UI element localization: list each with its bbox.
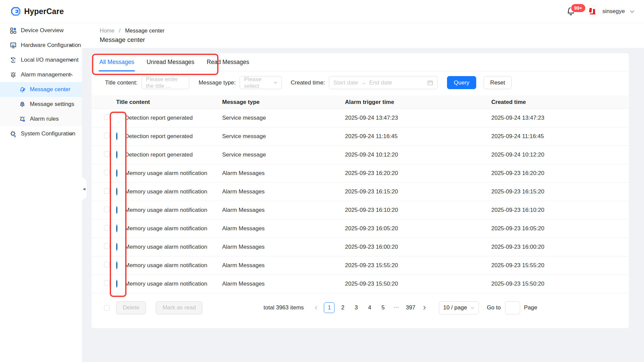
table-row[interactable]: Detection report generated Service messa… [92,146,629,164]
cell-message-type: Alarm Messages [222,225,345,232]
page-button-3[interactable]: 3 [351,302,361,313]
page-header: Home / Message center Message center [82,23,644,48]
pagination-ellipsis[interactable]: ••• [391,302,402,313]
chevron-up-icon [69,73,73,76]
unread-dot-icon [116,169,117,177]
breadcrumb-current: Message center [125,27,164,34]
user-menu-chevron-down-icon[interactable] [630,10,635,13]
row-checkbox[interactable] [104,114,110,120]
sidebar-item-label: Alarm rules [30,116,59,122]
table-row[interactable]: Memory usage alarm notification Alarm Me… [92,220,629,238]
row-checkbox[interactable] [104,262,110,267]
start-date-input[interactable]: Start date [333,79,358,86]
table-row[interactable]: Memory usage alarm notification Alarm Me… [92,238,629,256]
row-checkbox[interactable] [104,206,110,212]
sidebar-item-system-configuration[interactable]: System Configuration [0,126,82,141]
table-row[interactable]: Detection report generated Service messa… [92,127,629,146]
tab-unread-messages[interactable]: Unread Messages [146,53,195,71]
page-button-397[interactable]: 397 [404,302,416,313]
date-range-picker[interactable]: Start date → End date [329,76,438,89]
sidebar-item-device-overview[interactable]: Device Overview [0,23,82,38]
row-checkbox[interactable] [104,133,110,138]
sidebar-item-alarm-management[interactable]: Alarm management [0,67,82,82]
page-title: Message center [100,36,644,44]
sidebar-item-alarm-rules[interactable]: Alarm rules [0,112,82,126]
page-word-label: Page [524,304,537,311]
alarm-bell-icon [10,72,16,78]
row-checkbox[interactable] [104,170,110,175]
row-checkbox[interactable] [104,225,110,231]
alarm-management-submenu: Message center Message settings [0,82,82,126]
sidebar-item-local-io-management[interactable]: Local I/O management [0,53,82,67]
cell-title: Detection report generated [125,133,222,140]
avatar[interactable] [587,5,599,18]
breadcrumb-home-link[interactable]: Home [100,27,114,34]
row-checkbox[interactable] [104,243,110,249]
cell-alarm-trigger-time: 2025-09-24 10:12:20 [345,152,491,158]
content-card: All Messages Unread Messages Read Messag… [92,53,629,328]
cell-created-time: 2025-09-23 15:50:20 [491,281,629,287]
query-button[interactable]: Query [447,76,476,89]
range-arrow-icon: → [361,79,366,86]
alarm-rules-icon [19,116,26,122]
sidebar-item-message-center[interactable]: Message center [0,82,82,97]
cell-title: Memory usage alarm notification [125,207,222,214]
unread-dot-icon [116,225,117,232]
page-size-select[interactable]: 10 / page [439,301,479,314]
table-row[interactable]: Memory usage alarm notification Alarm Me… [92,275,629,293]
sidebar-item-message-settings[interactable]: Message settings [0,97,82,112]
next-page-button[interactable] [419,302,430,313]
row-checkbox[interactable] [104,151,110,157]
row-checkbox[interactable] [104,280,110,286]
total-items-text: total 3963 items [263,304,304,311]
table-row[interactable]: Memory usage alarm notification Alarm Me… [92,201,629,220]
reset-button[interactable]: Reset [484,76,512,89]
message-type-select[interactable]: Please select [240,76,282,89]
cell-created-time: 2025-09-23 16:00:20 [491,244,629,250]
notification-bell-button[interactable]: 99+ [566,7,575,16]
cell-message-type: Alarm Messages [222,244,345,250]
message-tabs: All Messages Unread Messages Read Messag… [92,53,629,71]
sidebar-item-hardware-configuration[interactable]: Hardware Configuration [0,38,82,53]
select-chevron-down-icon [470,306,475,309]
page-button-1[interactable]: 1 [324,302,335,313]
goto-page-input[interactable] [505,301,520,314]
end-date-input[interactable]: End date [369,79,425,86]
page-button-5[interactable]: 5 [378,302,388,313]
tab-read-messages[interactable]: Read Messages [206,53,250,71]
delete-button[interactable]: Delete [116,301,146,314]
cell-created-time: 2025-09-23 16:20:20 [491,170,629,177]
calendar-icon [427,80,433,86]
table-row[interactable]: Memory usage alarm notification Alarm Me… [92,164,629,183]
cell-alarm-trigger-time: 2025-09-23 16:20:20 [345,170,491,177]
table-row[interactable]: Detection report generated Service messa… [92,109,629,127]
cell-created-time: 2025-09-23 16:10:20 [491,207,629,214]
cell-title: Memory usage alarm notification [125,244,222,250]
sidebar-collapse-handle[interactable]: ◀ [82,177,87,201]
cell-title: Memory usage alarm notification [125,188,222,195]
chevron-down-icon [69,132,73,135]
sidebar-item-label: Message settings [30,101,74,108]
title-content-input[interactable]: Please enter the title ... [142,76,189,89]
bell-edit-icon [19,86,26,93]
grid-icon [10,27,16,34]
sidebar-item-label: Alarm management [21,71,70,78]
table-header: Title content Message type Alarm trigger… [92,96,629,109]
mark-as-read-button[interactable]: Mark as read [156,301,202,314]
unread-dot-icon [116,261,117,269]
select-all-checkbox[interactable] [104,305,110,311]
pagination: 1 2 3 4 5 ••• 397 [310,302,430,313]
previous-page-button[interactable] [310,302,321,313]
cell-message-type: Alarm Messages [222,170,345,177]
page-button-4[interactable]: 4 [364,302,375,313]
table-row[interactable]: Memory usage alarm notification Alarm Me… [92,256,629,275]
table-row[interactable]: Memory usage alarm notification Alarm Me… [92,183,629,201]
cell-created-time: 2025-09-24 10:12:20 [491,152,629,158]
row-checkbox[interactable] [104,188,110,194]
cell-alarm-trigger-time: 2025-09-23 16:00:20 [345,244,491,250]
tab-all-messages[interactable]: All Messages [99,53,135,71]
chevron-down-icon [69,59,73,62]
page-button-2[interactable]: 2 [337,302,348,313]
cell-message-type: Service message [222,152,345,158]
cell-title: Detection report generated [125,115,222,121]
